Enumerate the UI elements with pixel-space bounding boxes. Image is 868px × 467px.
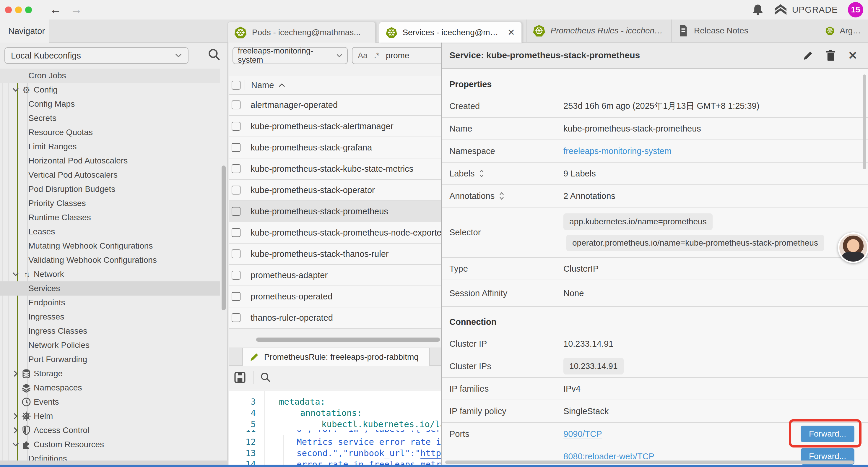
maximize-window-button[interactable] [25, 6, 32, 13]
sidebar-item-label: Cron Jobs [28, 71, 66, 80]
tab-services-icecheng-math[interactable]: Services - icecheng@math...✕ [379, 22, 522, 42]
sidebar-search-icon[interactable] [208, 48, 220, 62]
editor-search-icon[interactable] [259, 372, 271, 383]
yaml-editor[interactable]: 3metadata:4annotations:5kubectl.kubernet… [229, 391, 441, 467]
regex-toggle[interactable]: .* [374, 51, 379, 60]
table-row-thanos-ruler-operated[interactable]: thanos-ruler-operated [229, 308, 441, 329]
table-row-kube-prometheus-stack-prometheus[interactable]: kube-prometheus-stack-prometheus [229, 201, 441, 222]
row-checkbox[interactable] [231, 207, 241, 216]
delete-icon[interactable] [826, 50, 836, 61]
namespace-link[interactable]: freeleaps-monitoring-system [563, 146, 672, 156]
select-all-checkbox[interactable] [231, 81, 241, 90]
editor-line-12[interactable]: 12Metrics service error rate is {{ $valu [229, 436, 441, 447]
sidebar-item-resource-quotas[interactable]: Resource Quotas [0, 125, 220, 140]
sidebar-scrollbar[interactable] [222, 166, 226, 310]
sidebar-item-config-maps[interactable]: Config Maps [0, 97, 220, 111]
close-icon[interactable]: ✕ [848, 50, 857, 61]
upgrade-button[interactable]: UPGRADE [774, 4, 838, 16]
tab-argo-se[interactable]: Argo Se [819, 20, 868, 42]
sort-ascending-icon[interactable] [278, 83, 286, 88]
kubeconfig-select[interactable]: Local Kubeconfigs [4, 47, 188, 64]
back-button[interactable]: ← [50, 3, 61, 16]
sidebar-item-priority-classes[interactable]: Priority Classes [0, 196, 220, 210]
editor-line-3[interactable]: 3metadata: [229, 396, 441, 407]
row-checkbox[interactable] [231, 185, 241, 195]
row-checkbox[interactable] [231, 122, 241, 130]
sidebar-item-port-forwarding[interactable]: Port Forwarding [0, 352, 220, 367]
save-icon[interactable] [234, 371, 246, 384]
table-row-kube-prometheus-stack-grafana[interactable]: kube-prometheus-stack-grafana [229, 137, 441, 158]
sidebar-item-network-policies[interactable]: Network Policies [0, 338, 220, 352]
sidebar-item-custom-resources[interactable]: Custom Resources [0, 437, 220, 451]
row-checkbox[interactable] [231, 250, 241, 258]
table-row-prometheus-operated[interactable]: prometheus-operated [229, 286, 441, 308]
table-row-kube-prometheus-stack-thanos-ruler[interactable]: kube-prometheus-stack-thanos-ruler [229, 243, 441, 265]
sidebar-item-helm[interactable]: Helm [0, 409, 220, 423]
editor-line-5[interactable]: 5kubectl.kubernetes.io/last-applied-conf… [229, 418, 441, 430]
detail-horizontal-scrollbar[interactable] [445, 461, 854, 464]
user-avatar[interactable] [838, 232, 868, 263]
editor-line-13[interactable]: 13second.","runbook_url":"https://net [229, 447, 441, 459]
sidebar-item-namespaces[interactable]: Namespaces [0, 381, 220, 395]
row-checkbox[interactable] [231, 271, 241, 280]
bell-icon[interactable] [752, 3, 764, 16]
port-link[interactable]: 8080:reloader-web/TCP [563, 451, 654, 461]
sidebar-item-vertical-pod-autoscalers[interactable]: Vertical Pod Autoscalers [0, 168, 220, 182]
table-header[interactable]: Name [229, 76, 441, 95]
row-checkbox[interactable] [231, 313, 241, 322]
sidebar-item-endpoints[interactable]: Endpoints [0, 296, 220, 310]
table-row-kube-prometheus-stack-operator[interactable]: kube-prometheus-stack-operator [229, 180, 441, 201]
tab-prometheus-rules-icecheng[interactable]: Prometheus Rules - icecheng... [526, 20, 671, 42]
table-row-prometheus-adapter[interactable]: prometheus-adapter [229, 265, 441, 286]
editor-tab-prometheusrule[interactable]: PrometheusRule: freeleaps-prod-rabbitmq [242, 348, 430, 366]
sidebar-item-access-control[interactable]: Access Control [0, 423, 220, 437]
table-horizontal-scrollbar[interactable] [256, 338, 440, 342]
name-column-header[interactable]: Name [251, 80, 274, 90]
sidebar-item-mutating-webhook-configurations[interactable]: Mutating Webhook Configurations [0, 239, 220, 253]
editor-line-11[interactable]: 110", for: "1m", labels :{ service: "fre [229, 430, 441, 436]
sidebar-item-cron-jobs[interactable]: Cron Jobs [0, 68, 220, 83]
port-link[interactable]: 9090/TCP [563, 429, 602, 439]
sidebar-item-network[interactable]: ↑↓Network [0, 267, 220, 282]
property-label: Selector [442, 228, 563, 237]
tab-navigator[interactable]: Navigator [0, 20, 49, 42]
row-checkbox[interactable] [231, 143, 241, 152]
sidebar-item-events[interactable]: Events [0, 395, 220, 409]
table-row-kube-prometheus-stack-prometheus-node-exporter[interactable]: kube-prometheus-stack-prometheus-node-ex… [229, 222, 441, 243]
notification-badge[interactable]: 15 [848, 2, 863, 18]
sidebar-item-label: Resource Quotas [28, 128, 93, 137]
sidebar-item-services[interactable]: Services [0, 282, 220, 296]
edit-icon[interactable] [802, 50, 814, 61]
sidebar-item-runtime-classes[interactable]: Runtime Classes [0, 210, 220, 225]
sidebar-item-leases[interactable]: Leases [0, 225, 220, 239]
row-checkbox[interactable] [231, 292, 241, 301]
sidebar-item-ingress-classes[interactable]: Ingress Classes [0, 324, 220, 338]
sidebar-item-storage[interactable]: Storage [0, 367, 220, 381]
row-checkbox[interactable] [231, 228, 241, 237]
tab-pods-icecheng-mathmas[interactable]: Pods - icecheng@mathmas... [227, 22, 375, 42]
forward-button[interactable]: Forward... [801, 426, 855, 442]
row-checkbox[interactable] [231, 164, 241, 173]
sidebar-item-secrets[interactable]: Secrets [0, 111, 220, 125]
sidebar-item-pod-disruption-budgets[interactable]: Pod Disruption Budgets [0, 182, 220, 196]
close-tab-icon[interactable]: ✕ [507, 27, 515, 37]
sidebar-item-limit-ranges[interactable]: Limit Ranges [0, 140, 220, 154]
tab-release-notes[interactable]: Release Notes [671, 20, 818, 42]
table-row-kube-prometheus-stack-alertmanager[interactable]: kube-prometheus-stack-alertmanager [229, 116, 441, 137]
sidebar-item-config[interactable]: ⚙Config [0, 83, 220, 97]
sidebar-item-ingresses[interactable]: Ingresses [0, 310, 220, 324]
namespace-select[interactable]: freeleaps-monitoring-system [232, 47, 348, 64]
close-window-button[interactable] [5, 6, 12, 13]
detail-vertical-scrollbar[interactable] [863, 75, 866, 169]
match-case-toggle[interactable]: Aa [358, 51, 368, 60]
sidebar-item-horizontal-pod-autoscalers[interactable]: Horizontal Pod Autoscalers [0, 154, 220, 168]
table-row-alertmanager-operated[interactable]: alertmanager-operated [229, 95, 441, 116]
table-row-kube-prometheus-stack-kube-state-metrics[interactable]: kube-prometheus-stack-kube-state-metrics [229, 158, 441, 180]
minimize-window-button[interactable] [15, 6, 22, 13]
property-row-session-affinity: Session AffinityNone [442, 280, 868, 307]
editor-line-4[interactable]: 4annotations: [229, 407, 441, 418]
sidebar-item-validating-webhook-configurations[interactable]: Validating Webhook Configurations [0, 253, 220, 267]
forward-button[interactable]: → [70, 3, 82, 16]
row-checkbox[interactable] [231, 100, 241, 109]
name-filter-input[interactable]: Aa .* prome [352, 47, 443, 64]
